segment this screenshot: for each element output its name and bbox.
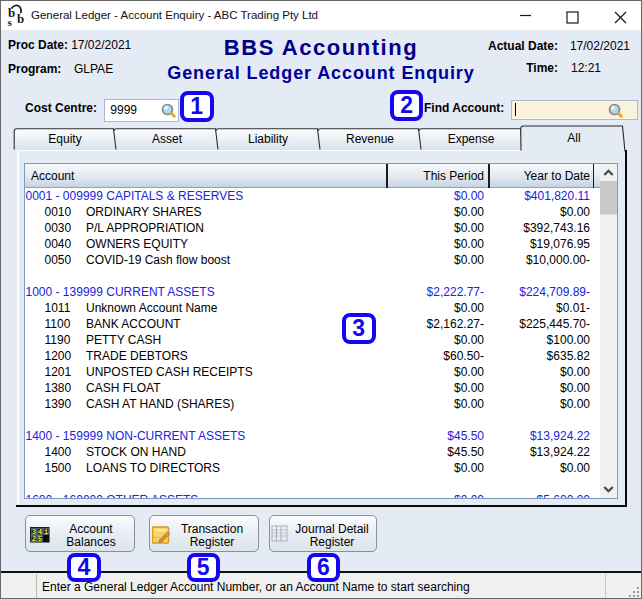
svg-text:Expense: Expense	[448, 132, 495, 146]
svg-text:b: b	[17, 11, 24, 26]
svg-text:5: 5	[37, 535, 42, 543]
svg-text:1: 1	[43, 528, 48, 536]
svg-text:Liability: Liability	[248, 132, 288, 146]
svg-text:All: All	[567, 131, 580, 145]
svg-text:Equity: Equity	[48, 132, 81, 146]
svg-text:2: 2	[31, 535, 35, 543]
svg-text:Revenue: Revenue	[346, 132, 394, 146]
svg-text:Asset: Asset	[152, 132, 183, 146]
svg-text:s: s	[8, 16, 13, 28]
